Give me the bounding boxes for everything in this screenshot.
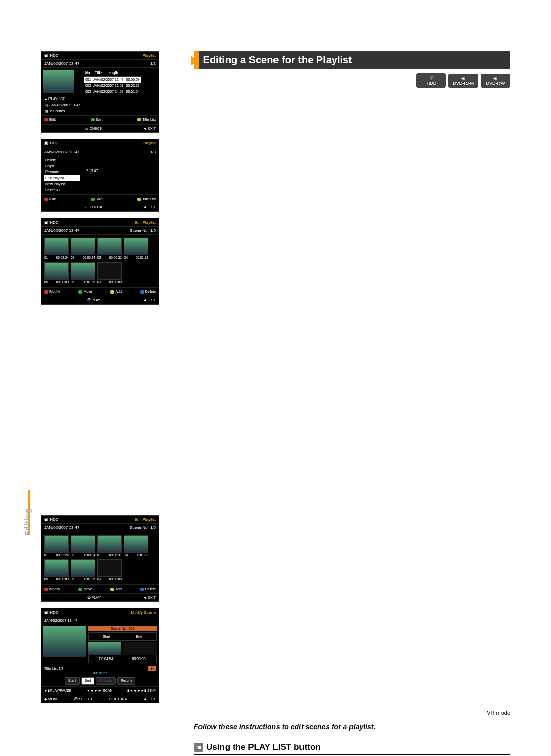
osd-modify-buttons: Start End Change Return [41, 677, 159, 685]
media-icons: ⦾HDD ◉DVD-RAM ◉DVD-RW [415, 73, 510, 88]
osd-edit-playlist-panel-2: ▣ HDDEdit Playlist JAN/02/2007 13:47Scen… [41, 515, 159, 602]
dvd-rw-icon: ◉DVD-RW [481, 74, 510, 88]
osd-preview-thumb [43, 626, 86, 657]
osd-scene-grid: 0100:02:24 0200:00:34 0300:00:31 0400:01… [41, 235, 159, 287]
section-heading: Editing a Scene for the Playlist [194, 51, 510, 69]
content-column: Editing a Scene for the Playlist ⦾HDD ◉D… [194, 51, 510, 756]
osd-date: JAN/02/2007 13:47 [44, 61, 80, 66]
osd-edit-playlist-panel: ▣ HDDEdit Playlist JAN/02/2007 13:47Scen… [41, 218, 159, 305]
sub-heading-playlist: ☚ Using the PLAY LIST button [194, 742, 510, 755]
osd-device: ▣ HDD [44, 53, 59, 58]
osd-thumbnail [43, 70, 74, 93]
dvd-ram-icon: ◉DVD-RAM [448, 74, 478, 88]
osd-edit-menu-panel: ▣ HDD Playlist JAN/02/2007 13:471/3 Dele… [41, 139, 159, 212]
osd-mode: Playlist [143, 53, 156, 58]
osd-column: ▣ HDD Playlist JAN/02/2007 13:47 1/3 ▸ P… [41, 51, 168, 710]
osd-title-table: No.TitleLength 001JAN/02/2007 13:4700:06… [84, 70, 141, 115]
osd-info: ▸ PLAYLIST ◷ JAN/02/2007 13:47 ▦ 6 Scene… [41, 95, 84, 115]
osd-edit-menu: Delete Copy Rename Edit Playlist New Pla… [41, 156, 83, 194]
vr-mode-label: VR mode [194, 710, 510, 716]
osd-modify-scene-panel: ▣ HDDModify Scene JAN/02/2007 13:47 Scen… [41, 608, 159, 703]
side-tab-label: Editing [23, 508, 32, 536]
arrow-icon [191, 56, 198, 66]
osd-playlist-panel: ▣ HDD Playlist JAN/02/2007 13:47 1/3 ▸ P… [41, 51, 159, 133]
hand-icon: ☚ [194, 743, 203, 752]
hdd-icon: ⦾HDD [416, 73, 446, 88]
osd-count: 1/3 [150, 61, 156, 66]
instruction-line: Follow these instructions to edit scenes… [194, 723, 510, 731]
